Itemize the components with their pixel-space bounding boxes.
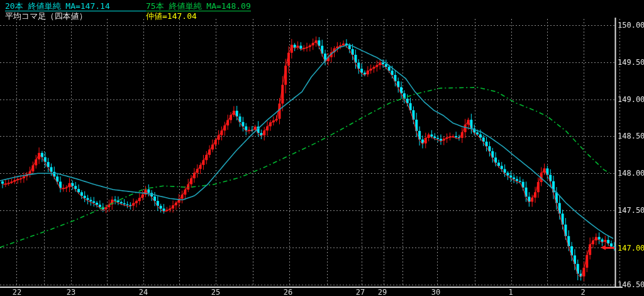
legend-ma20-label[interactable]: 20本 終値単純 MA=147.14 (5, 1, 146, 11)
date-axis-label: 23 (67, 288, 75, 296)
fx-chart-window: 20本 終値単純 MA=147.14 75本 終値単純 MA=148.09 平均… (0, 0, 644, 296)
legend-row-series: 平均コマ足（四本値） 仲値=147.04 (5, 11, 251, 21)
date-axis-label: 29 (378, 288, 387, 296)
date-axis-label: 1 (508, 288, 513, 296)
price-axis-label: 146.50 (618, 280, 644, 289)
price-axis-label: 149.50 (618, 58, 644, 67)
date-axis-label: 2 (580, 288, 585, 296)
price-axis-label: 147.50 (618, 206, 644, 215)
legend-ma75-label[interactable]: 75本 終値単純 MA=148.09 (146, 1, 251, 11)
legend-row-ma: 20本 終値単純 MA=147.14 75本 終値単純 MA=148.09 (5, 1, 251, 11)
price-chart-canvas[interactable] (0, 0, 644, 296)
price-axis-label: 150.00 (618, 21, 644, 30)
price-axis-label: 148.00 (618, 169, 644, 178)
date-axis-label: 22 (13, 288, 21, 296)
price-axis-label: 149.00 (618, 95, 644, 104)
current-price-tag: 147.00 (618, 244, 644, 253)
date-axis-label: 24 (139, 288, 148, 296)
date-axis-label: 26 (284, 288, 292, 296)
legend-mid-price-label: 仲値=147.04 (146, 11, 197, 21)
legend-series-label: 平均コマ足（四本値） (5, 11, 146, 21)
chart-legend: 20本 終値単純 MA=147.14 75本 終値単純 MA=148.09 平均… (5, 1, 251, 21)
date-axis-label: 30 (431, 288, 440, 296)
date-axis-label: 27 (356, 288, 365, 296)
current-price-arrow-icon (601, 245, 614, 251)
price-axis-label: 148.50 (618, 132, 644, 140)
date-axis-label: 25 (211, 288, 220, 296)
